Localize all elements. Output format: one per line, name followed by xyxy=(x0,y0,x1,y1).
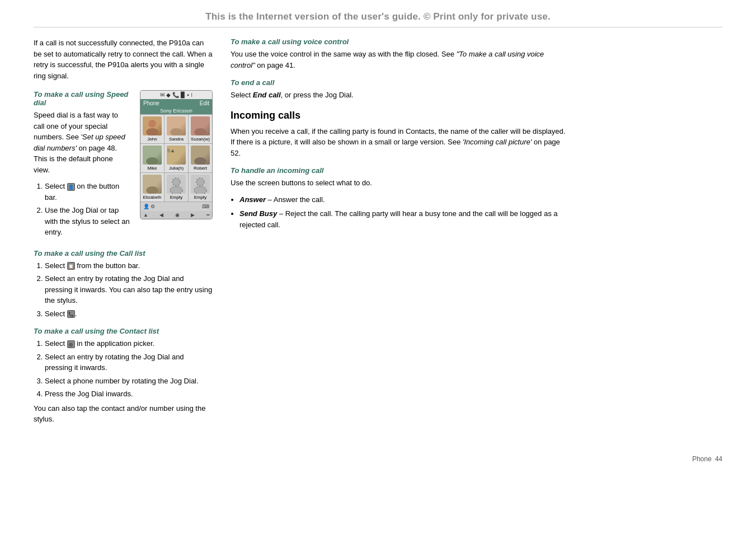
send-busy-text: – Reject the call. The calling party wil… xyxy=(240,209,557,229)
svg-point-1 xyxy=(146,128,158,135)
contact-step-4: Press the Jog Dial inwards. xyxy=(45,388,213,400)
incoming-ref: 'Incoming call picture' xyxy=(463,138,532,146)
contact-mike: Mike xyxy=(140,144,164,172)
handle-incoming-section: To handle an incoming call Use the scree… xyxy=(231,166,566,230)
voice-body2: on page 41. xyxy=(255,61,295,69)
call-list-step-1: Select 📋 from the button bar. xyxy=(45,260,213,271)
nav-bar-end: ━ xyxy=(206,212,209,218)
contact-sandra: Sandra xyxy=(165,115,188,143)
svg-text:5▲: 5▲ xyxy=(167,148,175,153)
svg-point-16 xyxy=(196,178,204,186)
call-list-step-2: Select an entry by rotating the Jog Dial… xyxy=(45,273,213,306)
footer-page: 44 xyxy=(715,455,722,463)
speed-dial-section: To make a call using Speed dial Speed di… xyxy=(34,90,213,240)
phone-keypad-icon: ⌨ xyxy=(202,204,209,209)
handle-body: Use the screen buttons to select what to… xyxy=(231,177,566,189)
phone-icon: 📞 xyxy=(172,92,180,98)
voice-body1: You use the voice control in the same wa… xyxy=(231,50,456,58)
svg-point-7 xyxy=(146,157,158,165)
battery-icon: ▉ xyxy=(180,92,186,98)
phone-menu-phone: Phone xyxy=(143,100,159,106)
susan-name: Susan(w) xyxy=(191,137,210,142)
call-list-title: To make a call using the Call list xyxy=(34,249,213,257)
incoming-calls-heading: Incoming calls xyxy=(231,110,566,121)
mike-avatar xyxy=(143,146,162,165)
contact-susan: Susan(w) xyxy=(189,115,212,143)
right-column: To make a call using voice control You u… xyxy=(231,38,566,238)
robert-avatar xyxy=(191,146,210,165)
end-call-bold: End call xyxy=(253,91,281,99)
svg-point-2 xyxy=(172,120,180,128)
end-call-body: Select End call, or press the Jog Dial. xyxy=(231,90,566,101)
settings-icon: ⚙ xyxy=(151,204,155,209)
handle-bullets: Answer – Answer the call. Send Busy – Re… xyxy=(240,194,566,231)
mike-name: Mike xyxy=(148,166,157,171)
call-icon: 📞 xyxy=(67,310,75,318)
call-list-section: To make a call using the Call list Selec… xyxy=(34,249,213,320)
handle-bullet-send-busy: Send Busy – Reject the call. The calling… xyxy=(240,208,566,230)
watermark: This is the Internet version of the user… xyxy=(34,11,722,27)
susan-avatar xyxy=(191,116,210,135)
svg-point-13 xyxy=(146,186,158,194)
contact-step-2: Select an entry by rotating the Jog Dial… xyxy=(45,352,213,373)
main-content: If a call is not successfully connected,… xyxy=(34,38,722,433)
email-icon: ✉ xyxy=(159,92,165,98)
nav-center: ◉ xyxy=(175,212,180,218)
contact-empty-1: Empty xyxy=(165,173,188,202)
contact-list-section: To make a call using the Contact list Se… xyxy=(34,327,213,425)
call-list-steps: Select 📋 from the button bar. Select an … xyxy=(45,260,213,320)
john-name: John xyxy=(147,137,157,142)
svg-point-0 xyxy=(148,120,156,128)
voice-control-body: You use the voice control in the same wa… xyxy=(231,49,566,71)
contact-step-1: Select ◎ in the application picker. xyxy=(45,338,213,349)
contact-list-steps: Select ◎ in the application picker. Sele… xyxy=(45,338,213,400)
empty-name-1: Empty xyxy=(170,195,183,200)
speed-dial-text: To make a call using Speed dial Speed di… xyxy=(34,90,130,240)
end-call-title: To end a call xyxy=(231,78,566,87)
svg-point-14 xyxy=(172,178,180,186)
nav-scroll-right: ▶ xyxy=(191,212,195,218)
speed-dial-title: To make a call using Speed dial xyxy=(34,90,130,107)
contact-elizabeth: Elizabeth xyxy=(140,173,164,202)
empty-avatar-1 xyxy=(167,175,186,194)
voice-control-title: To make a call using voice control xyxy=(231,38,566,46)
phone-brand: Sony Ericsson xyxy=(140,107,212,114)
contact-list-title: To make a call using the Contact list xyxy=(34,327,213,335)
call-list-icon: 📋 xyxy=(67,262,75,270)
svg-point-15 xyxy=(170,186,182,194)
svg-point-9 xyxy=(172,153,180,161)
speed-dial-step-2: Use the Jog Dial or tap with the stylus … xyxy=(45,205,130,238)
contact-robert: Robert xyxy=(189,144,212,172)
svg-point-5 xyxy=(194,128,206,135)
phone-status-bar: ✉ ◆ 📞 ▉ ▪ ⁞ xyxy=(140,91,212,99)
answer-bold: Answer xyxy=(240,195,266,204)
nav-scroll-left: ◀ xyxy=(159,212,163,218)
phone-title-bar: Phone Edit xyxy=(140,99,212,107)
incoming-calls-body: When you receive a call, if the calling … xyxy=(231,126,566,159)
end-call-body1: Select xyxy=(231,91,253,99)
svg-point-6 xyxy=(148,149,156,157)
svg-point-12 xyxy=(148,178,156,186)
svg-point-10 xyxy=(196,149,204,157)
keypad-icon: ⌨ xyxy=(202,204,209,209)
julia-avatar: 5▲ xyxy=(167,146,186,165)
contact-empty-2: Empty xyxy=(189,173,212,202)
signal-icon: ▪ xyxy=(186,92,190,98)
phone-nav-bar: ▲ ◀ ◉ ▶ ━ xyxy=(140,211,212,219)
phone-bottom-bar: 👤 ⚙ ⌨ xyxy=(140,202,212,211)
svg-point-3 xyxy=(170,128,182,135)
speed-dial-steps: Select 👤 on the button bar. Use the Jog … xyxy=(45,181,130,238)
contact-julia: 5▲ Julia(h) xyxy=(165,144,188,172)
svg-point-17 xyxy=(194,186,206,194)
robert-name: Robert xyxy=(194,166,207,171)
speed-dial-icon: 👤 xyxy=(67,183,75,191)
contact-list-note: You can also tap the contact and/or numb… xyxy=(34,403,213,425)
sandra-avatar xyxy=(167,116,186,135)
phone-bottom-icons: 👤 ⚙ xyxy=(143,204,155,209)
left-column: If a call is not successfully connected,… xyxy=(34,38,213,433)
empty-name-2: Empty xyxy=(194,195,207,200)
john-avatar xyxy=(143,116,162,135)
diamond-icon: ◆ xyxy=(166,92,171,98)
nav-signal: ▲ xyxy=(143,212,148,218)
end-call-body2: , or press the Jog Dial. xyxy=(281,91,354,99)
